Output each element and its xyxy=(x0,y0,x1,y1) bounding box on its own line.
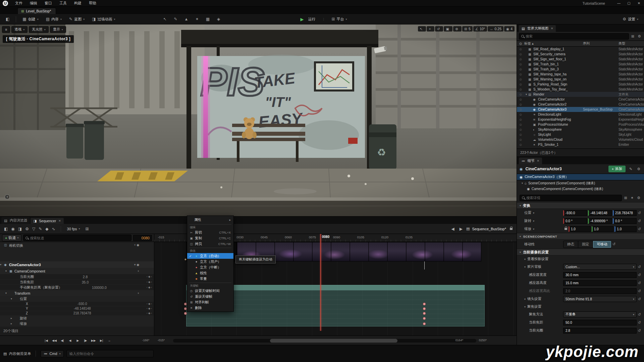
track-buttons[interactable]: + ◉ xyxy=(134,243,141,247)
reset-icon[interactable] xyxy=(637,328,642,333)
scale-x-field[interactable]: 1.0 xyxy=(569,226,591,232)
reset-icon[interactable] xyxy=(637,211,642,215)
sequence-name[interactable]: Sequence_BusStop* xyxy=(472,227,506,231)
content-button[interactable]: ▤内容▾ xyxy=(43,15,65,23)
cinematics-button[interactable]: ◨过场动画▾ xyxy=(89,15,118,23)
reset-icon[interactable] xyxy=(637,273,642,277)
details-search[interactable] xyxy=(520,195,622,201)
menu-item[interactable]: 编辑 xyxy=(26,0,41,6)
keyframe-marker[interactable] xyxy=(423,322,426,325)
nav-forward-icon[interactable]: ▶ xyxy=(458,226,464,232)
autokey-icon[interactable]: ◆ xyxy=(44,226,50,232)
expander-icon[interactable]: ▾ xyxy=(0,263,4,266)
details-tab[interactable]: ≔ 细节 ✕ xyxy=(519,158,542,164)
transport-button[interactable]: ◀| xyxy=(59,338,66,343)
select-tool-icon[interactable]: ↖ xyxy=(418,26,426,32)
curve-editor-icon[interactable]: ⊞ xyxy=(84,226,90,232)
outliner-row[interactable]: ▾ ▤ Render 文件夹 xyxy=(517,92,644,97)
transport-button[interactable]: → xyxy=(106,338,113,343)
transport-button[interactable]: |◀ xyxy=(43,338,50,343)
nav-back-icon[interactable]: ◀ xyxy=(450,226,456,232)
outliner-row[interactable]: ▦ SM_Trash_bin_1 StaticMeshActor xyxy=(517,62,644,67)
menu-item-properties[interactable]: 属性▸ xyxy=(187,217,233,223)
expander-icon[interactable]: ▾ xyxy=(524,93,528,96)
track-value[interactable]: 100000.0 xyxy=(92,286,109,290)
current-camera-section-header[interactable]: ▾当前摄像机设置 xyxy=(517,249,644,255)
reset-icon[interactable] xyxy=(637,227,642,231)
track-value[interactable]: 2.8 xyxy=(83,275,91,279)
rotation-x-field[interactable]: 0.0 ° xyxy=(563,218,587,224)
track-row[interactable]: Z 218.783478 xyxy=(0,311,154,316)
outliner-row[interactable]: ▦ SM_Road_display_1 StaticMeshActor xyxy=(517,47,644,52)
menu-item-set-key-time[interactable]: ◷设置关键帧时间 xyxy=(187,288,233,294)
view-mode-dropdown[interactable]: 无光照▾ xyxy=(29,26,49,33)
scale-snap-icon[interactable]: ↔0.25 xyxy=(488,26,503,32)
outliner-row[interactable]: ☀ DirectionalLight DirectionalLight xyxy=(517,112,644,117)
outliner-row[interactable]: ◉ CineCameraActor3 Sequence_BusStop Cine… xyxy=(517,107,644,112)
visibility-eye-icon[interactable] xyxy=(517,78,524,81)
close-icon[interactable]: ✕ xyxy=(537,159,540,163)
keyframe-marker[interactable] xyxy=(184,312,187,315)
tab-sequencer[interactable]: ◨ Sequencer ✕ xyxy=(31,218,63,224)
mobility-option[interactable]: 可移动 xyxy=(593,241,611,248)
rotation-z-field[interactable]: 0.0 ° xyxy=(613,218,637,224)
track-row[interactable]: X -930.0 xyxy=(0,302,154,306)
visibility-eye-icon[interactable] xyxy=(517,118,524,121)
transport-button[interactable]: ◀◀ xyxy=(51,338,58,343)
outliner-tab[interactable]: ▤ 世界大纲视图 ✕ xyxy=(519,25,556,32)
scale-lock-icon[interactable] xyxy=(565,228,567,230)
visibility-eye-icon[interactable] xyxy=(517,68,524,71)
save-icon[interactable]: ◧ xyxy=(3,226,9,232)
mobility-option[interactable]: 静态 xyxy=(564,241,578,248)
reset-icon[interactable] xyxy=(637,312,642,317)
level-tab[interactable]: ▤ Level_BusStop* xyxy=(17,8,56,14)
type-column-header[interactable]: 类型 xyxy=(619,41,644,46)
unreal-logo-icon[interactable]: U xyxy=(3,1,8,6)
viewport-menu-button[interactable]: ≡ xyxy=(2,26,10,33)
mesh-paint-mode-icon[interactable]: ▦ xyxy=(203,15,213,23)
expander-icon[interactable]: ▾ xyxy=(5,269,9,273)
help-icon[interactable]: ? xyxy=(5,194,10,199)
visibility-eye-icon[interactable] xyxy=(517,143,524,146)
outliner-row[interactable]: ▦ S_Wooden_Toy_Bear_ StaticMeshActor xyxy=(517,87,644,92)
keyframe-marker[interactable] xyxy=(423,312,426,315)
visibility-eye-icon[interactable] xyxy=(517,58,524,61)
select-mode-icon[interactable]: ↖ xyxy=(160,15,170,23)
track-row[interactable]: ▸ 旋转 xyxy=(0,316,154,321)
outliner-row[interactable]: ✶ PS_Smoke_1 Emitter xyxy=(517,142,644,147)
details-favorite-icon[interactable]: ✶ xyxy=(630,196,635,200)
visibility-eye-icon[interactable] xyxy=(517,63,524,66)
menu-item-snap-to-frame[interactable]: ⊞对齐到帧 xyxy=(187,299,233,305)
reset-icon[interactable] xyxy=(637,281,642,285)
fps-dropdown[interactable]: 30 fps▾ xyxy=(65,226,82,232)
lens-dropdown[interactable]: 50mm Prime f/1.8▾ xyxy=(563,296,637,302)
content-drawer-button[interactable]: ▤ 内容侧滑菜单 xyxy=(3,351,31,356)
visibility-eye-icon[interactable] xyxy=(517,108,524,111)
menu-item-cubic-break[interactable]: ●立方（中断） xyxy=(187,264,233,270)
outliner-settings-icon[interactable]: ⊞ xyxy=(630,34,635,39)
outliner-row[interactable]: ▦ SM_Warning_tape_on StaticMeshActor xyxy=(517,77,644,82)
camera-component-row[interactable]: ◉ CameraComponent (CameraComponent) (继承) xyxy=(517,186,644,192)
track-row[interactable]: ▸ 缩放 xyxy=(0,321,154,326)
add-component-button[interactable]: +添加 xyxy=(608,166,626,172)
visibility-eye-icon[interactable] xyxy=(517,103,524,106)
console-command-input[interactable] xyxy=(66,350,154,357)
track-row[interactable]: ▾ Transform + xyxy=(0,290,154,296)
world-space-icon[interactable]: ⊕ xyxy=(453,26,462,32)
reset-icon[interactable] xyxy=(637,320,642,325)
menu-item[interactable]: 工具 xyxy=(56,0,70,6)
menu-item-linear[interactable]: ▲线性 xyxy=(187,270,233,276)
reset-icon[interactable] xyxy=(637,219,642,223)
blueprint-button[interactable]: ✎蓝图▾ xyxy=(66,15,88,23)
filmback-dropdown[interactable]: Custom...▾ xyxy=(563,264,637,270)
foliage-mode-icon[interactable]: ✶ xyxy=(192,15,202,23)
track-buttons[interactable]: + ◉ xyxy=(134,263,141,266)
lock-icon[interactable] xyxy=(510,228,513,230)
camera-speed-icon[interactable]: ◉4 xyxy=(504,26,515,32)
actor-instance-row[interactable]: ◉ CineCameraActor3（实例） xyxy=(517,174,644,180)
track-value[interactable]: -930.0 xyxy=(77,302,90,306)
outliner-row[interactable]: ▦ SM_Warning_tape_ha StaticMeshActor xyxy=(517,72,644,77)
outliner-row[interactable]: ▦ SM_Sign_wet_floor_1 StaticMeshActor xyxy=(517,57,644,62)
menu-item[interactable]: 构建 xyxy=(70,0,85,6)
menu-item-delete[interactable]: ✕删除 xyxy=(187,305,233,311)
